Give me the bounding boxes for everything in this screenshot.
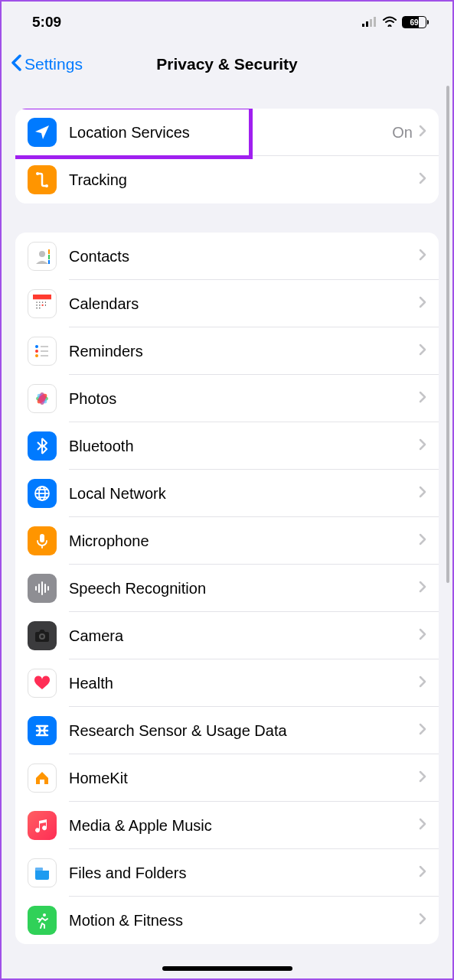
- chevron-right-icon: [419, 296, 426, 311]
- row-label: Media & Apple Music: [69, 817, 419, 835]
- row-label: HomeKit: [69, 770, 419, 787]
- row-speech-recognition[interactable]: Speech Recognition: [15, 565, 439, 612]
- svg-rect-3: [374, 17, 376, 27]
- location-arrow-icon: [28, 118, 57, 147]
- row-tracking[interactable]: Tracking: [15, 156, 439, 203]
- row-health[interactable]: Health: [15, 659, 439, 707]
- svg-point-5: [45, 184, 48, 187]
- row-label: Files and Folders: [69, 864, 419, 882]
- svg-point-16: [39, 304, 40, 305]
- row-local-network[interactable]: Local Network: [15, 470, 439, 517]
- chevron-right-icon: [419, 172, 426, 187]
- settings-group-2: Contacts Calendars Reminders Photos: [15, 233, 439, 944]
- row-value: On: [392, 124, 413, 142]
- photos-icon: [28, 384, 57, 413]
- settings-group-1: Location Services On Tracking: [15, 109, 439, 203]
- svg-point-23: [35, 354, 38, 357]
- row-microphone[interactable]: Microphone: [15, 517, 439, 565]
- tracking-icon: [28, 165, 57, 194]
- svg-point-22: [35, 350, 38, 353]
- status-bar: 5:09 69: [2, 2, 452, 43]
- row-homekit[interactable]: HomeKit: [15, 754, 439, 802]
- svg-point-15: [36, 304, 37, 305]
- bluetooth-icon: [28, 431, 57, 461]
- row-media-music[interactable]: Media & Apple Music: [15, 802, 439, 849]
- chevron-right-icon: [419, 676, 426, 691]
- row-label: Local Network: [69, 485, 419, 503]
- row-reminders[interactable]: Reminders: [15, 327, 439, 375]
- back-button[interactable]: Settings: [11, 54, 83, 75]
- chevron-right-icon: [419, 533, 426, 549]
- status-icons: 69: [362, 14, 426, 31]
- row-label: Calendars: [69, 295, 419, 313]
- row-label: Microphone: [69, 532, 419, 550]
- svg-point-11: [36, 301, 37, 302]
- row-bluetooth[interactable]: Bluetooth: [15, 422, 439, 470]
- microphone-icon: [28, 526, 57, 555]
- row-label: Research Sensor & Usage Data: [69, 722, 419, 740]
- svg-rect-9: [48, 260, 50, 264]
- svg-point-46: [41, 635, 44, 638]
- chevron-right-icon: [419, 723, 426, 738]
- research-icon: [28, 716, 57, 745]
- contacts-icon: [28, 242, 57, 271]
- chevron-right-icon: [419, 628, 426, 643]
- content: Location Services On Tracking Contacts: [2, 86, 452, 944]
- row-research[interactable]: Research Sensor & Usage Data: [15, 707, 439, 754]
- svg-rect-10: [33, 295, 51, 299]
- row-label: Contacts: [69, 248, 419, 265]
- chevron-right-icon: [419, 770, 426, 786]
- svg-rect-0: [362, 24, 364, 27]
- row-label: Reminders: [69, 343, 419, 360]
- row-label: Camera: [69, 627, 419, 645]
- row-location-services[interactable]: Location Services On: [15, 109, 439, 156]
- svg-point-48: [43, 913, 46, 917]
- home-indicator[interactable]: [162, 966, 292, 971]
- svg-point-14: [45, 301, 46, 302]
- row-photos[interactable]: Photos: [15, 375, 439, 422]
- homekit-icon: [28, 763, 57, 793]
- svg-rect-47: [35, 868, 43, 871]
- row-label: Location Services: [69, 124, 392, 142]
- svg-point-19: [36, 308, 37, 308]
- row-files-folders[interactable]: Files and Folders: [15, 849, 439, 897]
- chevron-right-icon: [419, 391, 426, 406]
- svg-point-6: [39, 251, 45, 257]
- local-network-icon: [28, 479, 57, 508]
- chevron-right-icon: [419, 865, 426, 881]
- svg-point-4: [36, 172, 39, 175]
- svg-rect-38: [40, 534, 44, 542]
- reminders-icon: [28, 337, 57, 366]
- row-camera[interactable]: Camera: [15, 612, 439, 659]
- svg-point-17: [41, 304, 43, 306]
- files-icon: [28, 858, 57, 887]
- svg-point-20: [39, 308, 40, 308]
- svg-rect-8: [48, 255, 50, 259]
- svg-rect-2: [370, 19, 372, 27]
- svg-point-13: [42, 301, 43, 302]
- cellular-icon: [362, 14, 377, 31]
- row-contacts[interactable]: Contacts: [15, 233, 439, 280]
- row-motion-fitness[interactable]: Motion & Fitness: [15, 897, 439, 944]
- chevron-right-icon: [419, 125, 426, 140]
- row-label: Health: [69, 675, 419, 692]
- row-label: Photos: [69, 390, 419, 408]
- camera-icon: [28, 621, 57, 650]
- row-label: Bluetooth: [69, 438, 419, 455]
- svg-rect-1: [366, 21, 368, 27]
- chevron-right-icon: [419, 913, 426, 928]
- chevron-right-icon: [419, 818, 426, 833]
- back-label: Settings: [24, 55, 83, 73]
- row-calendars[interactable]: Calendars: [15, 280, 439, 327]
- chevron-left-icon: [11, 54, 23, 75]
- chevron-right-icon: [419, 343, 426, 359]
- scrollbar[interactable]: [446, 86, 449, 583]
- svg-point-12: [39, 301, 40, 302]
- chevron-right-icon: [419, 581, 426, 596]
- battery-icon: 69: [402, 16, 426, 28]
- row-label: Speech Recognition: [69, 580, 419, 597]
- chevron-right-icon: [419, 438, 426, 454]
- svg-rect-7: [48, 249, 50, 254]
- chevron-right-icon: [419, 249, 426, 264]
- fitness-icon: [28, 906, 57, 935]
